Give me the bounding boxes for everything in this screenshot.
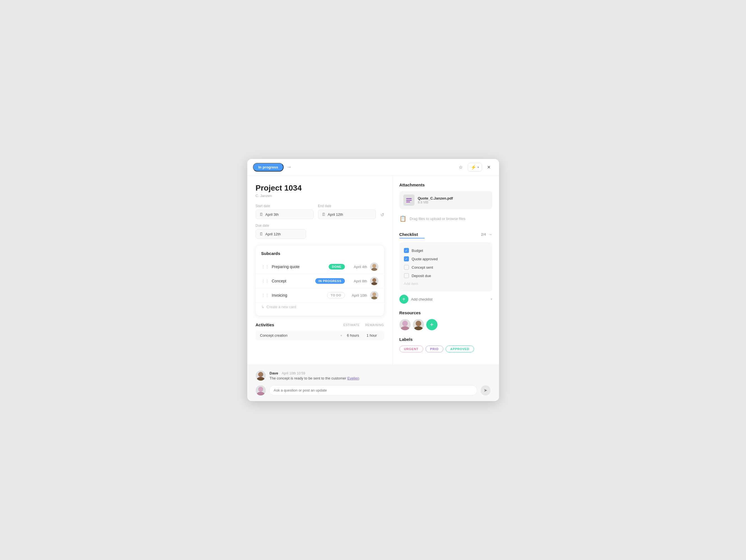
- add-item-button[interactable]: Add item: [404, 280, 488, 287]
- end-date-input[interactable]: 🗓 April 12th: [318, 209, 376, 219]
- svg-point-0: [372, 264, 376, 268]
- checklist-section: Checklist 2/4 → Budget: [399, 232, 492, 304]
- refresh-button[interactable]: ↺: [380, 210, 384, 219]
- comment-time: April 10th 10:59: [282, 371, 305, 375]
- end-date-value: April 12th: [328, 213, 343, 217]
- due-date-value: April 12th: [265, 232, 281, 236]
- checklist-arrow-icon[interactable]: →: [488, 232, 492, 237]
- add-checklist-row: + ▾: [399, 295, 492, 304]
- comment-text: The concept is ready to be sent to the c…: [270, 376, 491, 380]
- label-approved[interactable]: APPROVED: [446, 346, 474, 352]
- upload-zone[interactable]: 📋 Drag files to upload or browse files: [399, 212, 492, 225]
- resource-avatar-1[interactable]: [399, 319, 411, 330]
- subcard-row[interactable]: ⋮⋮ Preparing quote DONE April 4th: [256, 260, 384, 274]
- checkbox-concept-sent[interactable]: [404, 265, 409, 270]
- label-prio[interactable]: PRIO: [426, 346, 443, 352]
- subcards-title: Subcards: [256, 251, 384, 256]
- activity-dropdown-icon[interactable]: ▾: [340, 334, 342, 337]
- svg-point-9: [414, 326, 423, 330]
- svg-point-7: [401, 326, 409, 330]
- activity-remaining: 1 hour: [364, 333, 379, 337]
- activity-name: Concept creation: [260, 333, 337, 337]
- comment-item: Dave April 10th 10:59 The concept is rea…: [256, 370, 491, 381]
- comment-input[interactable]: [269, 385, 477, 395]
- checklist-title-row: Checklist: [399, 232, 418, 237]
- svg-point-4: [372, 292, 376, 297]
- checklist-item: Budget: [404, 246, 488, 255]
- svg-point-10: [258, 372, 263, 377]
- create-new-card-button[interactable]: ↳ Create a new card: [256, 303, 384, 311]
- send-button[interactable]: ➤: [481, 385, 491, 395]
- subcard-status-done[interactable]: DONE: [329, 264, 345, 270]
- comment-link[interactable]: Evelien: [347, 376, 360, 380]
- star-button[interactable]: ☆: [456, 163, 465, 171]
- start-date-field: Start date 🗓 April 3th: [256, 204, 314, 219]
- topbar-left: In progress →: [253, 163, 292, 172]
- topbar: In progress → ☆ ⚡ ▾ ✕: [247, 159, 499, 176]
- svg-point-2: [372, 278, 376, 282]
- upload-text: Drag files to upload or browse files: [410, 217, 465, 221]
- end-date-field: End date 🗓 April 12th: [318, 204, 376, 219]
- subcard-row[interactable]: ⋮⋮ Invoicing TO DO April 10th: [256, 288, 384, 303]
- bolt-button[interactable]: ⚡ ▾: [468, 163, 482, 172]
- subcard-status-todo[interactable]: TO DO: [327, 292, 345, 298]
- attachment-info: Quote_C.Janzen.pdf 8.8 MB: [418, 196, 488, 204]
- subcard-status-inprogress[interactable]: IN PROGRESS: [315, 278, 345, 284]
- checklist-underline: [399, 238, 425, 239]
- right-column: Attachments Quote_C.Janzen.pdf 8.8 MB: [393, 176, 499, 365]
- checklist-item: Deposit due: [404, 272, 488, 280]
- subcard-avatar: [370, 277, 378, 285]
- topbar-right: ☆ ⚡ ▾ ✕: [456, 163, 493, 172]
- end-calendar-icon: 🗓: [322, 212, 325, 217]
- start-calendar-icon: 🗓: [259, 212, 263, 217]
- checkbox-quote-approved[interactable]: [404, 256, 409, 261]
- attachment-item[interactable]: Quote_C.Janzen.pdf 8.8 MB: [399, 191, 492, 209]
- add-resource-button[interactable]: +: [426, 319, 437, 330]
- start-date-input[interactable]: 🗓 April 3th: [256, 209, 314, 219]
- add-checklist-button[interactable]: +: [399, 295, 408, 304]
- modal-body: Project 1034 C. Janzen Start date 🗓 Apri…: [247, 176, 499, 365]
- attachments-section: Attachments Quote_C.Janzen.pdf 8.8 MB: [399, 183, 492, 225]
- label-urgent[interactable]: URGENT: [399, 346, 423, 352]
- checklist-title: Checklist: [399, 232, 418, 237]
- checklist-dropdown-icon[interactable]: ▾: [491, 297, 492, 301]
- start-date-value: April 3th: [265, 213, 279, 217]
- checklist-progress-row: 2/4 →: [481, 232, 492, 237]
- checklist-progress: 2/4: [481, 232, 486, 236]
- next-arrow-button[interactable]: →: [286, 164, 291, 170]
- checklist-items: Budget Quote approved Concept sent: [399, 242, 492, 291]
- activity-row[interactable]: Concept creation ▾ 6 hours 1 hour: [256, 331, 384, 340]
- checkbox-deposit-due[interactable]: [404, 273, 409, 278]
- drag-handle-icon: ⋮⋮: [261, 293, 269, 298]
- checkbox-budget[interactable]: [404, 248, 409, 253]
- attachment-size: 8.8 MB: [418, 200, 488, 204]
- modal: In progress → ☆ ⚡ ▾ ✕ Project 1034 C. Ja…: [247, 159, 499, 401]
- svg-point-5: [371, 297, 377, 300]
- checklist-item-text: Concept sent: [412, 265, 433, 270]
- activities-header: Activities ESTIMATE REMAINING: [256, 323, 384, 327]
- comment-input-avatar: [256, 385, 266, 395]
- close-button[interactable]: ✕: [484, 163, 493, 171]
- resource-avatar-2[interactable]: [413, 319, 424, 330]
- checklist-item: Concept sent: [404, 263, 488, 272]
- comment-body: Dave April 10th 10:59 The concept is rea…: [270, 370, 491, 381]
- end-date-label: End date: [318, 204, 376, 208]
- add-checklist-input[interactable]: [411, 297, 488, 301]
- checklist-header: Checklist 2/4 →: [399, 232, 492, 237]
- activities-title: Activities: [256, 323, 275, 327]
- bolt-icon: ⚡: [471, 165, 476, 170]
- comment-avatar: [256, 370, 266, 381]
- comments-section: Dave April 10th 10:59 The concept is rea…: [247, 365, 499, 401]
- activity-estimate: 6 hours: [345, 333, 361, 337]
- attachment-name: Quote_C.Janzen.pdf: [418, 196, 488, 200]
- subcard-avatar: [370, 291, 378, 300]
- drag-handle-icon: ⋮⋮: [261, 279, 269, 283]
- svg-point-8: [415, 321, 421, 326]
- resources-section: Resources: [399, 310, 492, 330]
- status-badge[interactable]: In progress: [253, 163, 284, 172]
- due-date-input[interactable]: 🗓 April 12th: [256, 229, 306, 239]
- subcard-row[interactable]: ⋮⋮ Concept IN PROGRESS April 8th: [256, 274, 384, 288]
- svg-point-12: [258, 387, 263, 392]
- start-date-label: Start date: [256, 204, 314, 208]
- activities-section: Activities ESTIMATE REMAINING Concept cr…: [256, 323, 384, 340]
